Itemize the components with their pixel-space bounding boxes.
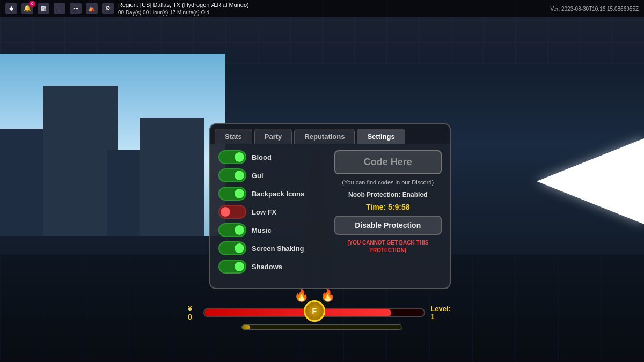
toggle-music[interactable] bbox=[218, 223, 246, 237]
toggle-shadows[interactable] bbox=[218, 260, 246, 274]
bottom-hud: ¥ 0 🔥 🔥 F Level: 1 bbox=[0, 304, 644, 330]
toggle-label-shadows: Shadows bbox=[252, 263, 282, 271]
building-4 bbox=[140, 118, 204, 236]
session-time: 00 Day(s) 00 Hour(s) 17 Minute(s) Old bbox=[118, 9, 249, 16]
toggle-screenshaking[interactable] bbox=[218, 241, 246, 255]
top-bar-left: ◆ 🔔 6 ▩ ⋮ ☷ ⛺ ⚙ Region: [US] Dallas, TX … bbox=[5, 1, 249, 16]
tab-bar: Stats Party Reputations Settings bbox=[210, 124, 450, 144]
toggle-label-screenshaking: Screen Shaking bbox=[252, 245, 304, 253]
version-text: Ver: 2023-08-30T10:16:15.0866955Z bbox=[550, 6, 639, 12]
level-display: Level: 1 bbox=[430, 305, 456, 321]
toggle-blood[interactable] bbox=[218, 150, 246, 164]
notification-icon[interactable]: 🔔 6 bbox=[21, 3, 33, 14]
toggle-row-blood: Blood bbox=[218, 150, 326, 164]
toggle-row-shadows: Shadows bbox=[218, 260, 326, 274]
tab-party[interactable]: Party bbox=[254, 129, 292, 144]
region-name: Region: [US] Dallas, TX (Hydrogen ÆRial … bbox=[118, 1, 249, 9]
doc-icon[interactable]: ☷ bbox=[70, 3, 82, 14]
disable-protection-button[interactable]: Disable Protection bbox=[334, 216, 442, 235]
health-bar-container: 🔥 🔥 F bbox=[203, 308, 425, 317]
toggle-gui[interactable] bbox=[218, 168, 246, 182]
toggle-row-lowfx: Low FX bbox=[218, 205, 326, 219]
code-input[interactable] bbox=[334, 150, 442, 174]
toggle-lowfx[interactable] bbox=[218, 205, 246, 219]
region-info: Region: [US] Dallas, TX (Hydrogen ÆRial … bbox=[118, 1, 249, 16]
protection-timer: Time: 5:9:58 bbox=[334, 203, 442, 211]
toggle-label-blood: Blood bbox=[252, 153, 272, 161]
top-bar: ◆ 🔔 6 ▩ ⋮ ☷ ⛺ ⚙ Region: [US] Dallas, TX … bbox=[0, 0, 644, 17]
map-icon[interactable]: ⛺ bbox=[86, 3, 98, 14]
emblem: F bbox=[304, 300, 325, 322]
building-2 bbox=[43, 86, 118, 236]
roblox-icon[interactable]: ◆ bbox=[5, 3, 17, 14]
xp-bar-fill bbox=[242, 325, 250, 329]
protection-warning: (YOU CANNOT GET BACK THIS PROTECTION) bbox=[334, 239, 442, 254]
grid-icon[interactable]: ⋮ bbox=[54, 3, 65, 14]
panel-content: Blood Gui Backpack Icons Low FX Music Sc… bbox=[210, 144, 450, 280]
tab-settings[interactable]: Settings bbox=[357, 129, 405, 144]
arrow-pointer bbox=[537, 138, 644, 224]
main-panel: Stats Party Reputations Settings Blood G… bbox=[209, 123, 451, 289]
toggle-backpack[interactable] bbox=[218, 187, 246, 201]
tab-reputations[interactable]: Reputations bbox=[294, 129, 355, 144]
toggle-label-music: Music bbox=[252, 226, 272, 234]
toggles-column: Blood Gui Backpack Icons Low FX Music Sc… bbox=[218, 150, 326, 274]
notification-badge: 6 bbox=[29, 1, 35, 7]
toggle-label-backpack: Backpack Icons bbox=[252, 190, 304, 198]
protection-status: Noob Protection: Enabled bbox=[334, 191, 442, 198]
hud-top-row: ¥ 0 🔥 🔥 F Level: 1 bbox=[188, 304, 456, 321]
tab-stats[interactable]: Stats bbox=[215, 129, 252, 144]
toggle-row-screenshaking: Screen Shaking bbox=[218, 241, 326, 255]
toggle-row-gui: Gui bbox=[218, 168, 326, 182]
code-hint: (You can find codes in our Discord) bbox=[334, 179, 442, 187]
currency-display: ¥ 0 bbox=[188, 304, 198, 321]
toggle-row-music: Music bbox=[218, 223, 326, 237]
toggle-label-lowfx: Low FX bbox=[252, 208, 276, 216]
settings-icon[interactable]: ⚙ bbox=[102, 3, 114, 14]
toggle-row-backpack: Backpack Icons bbox=[218, 187, 326, 201]
right-column: (You can find codes in our Discord) Noob… bbox=[334, 150, 442, 274]
chart-icon[interactable]: ▩ bbox=[38, 3, 49, 14]
toggle-label-gui: Gui bbox=[252, 172, 264, 180]
